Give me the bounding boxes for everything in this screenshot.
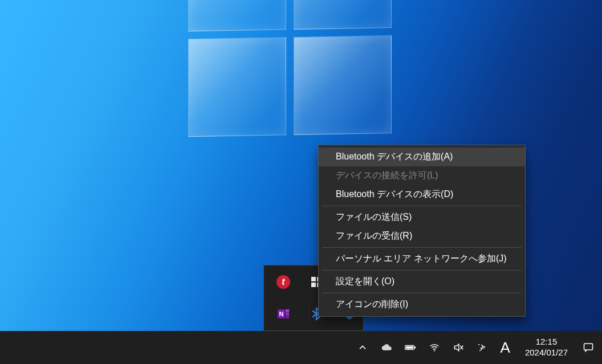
menu-separator <box>322 293 522 293</box>
wifi-icon[interactable] <box>428 341 441 354</box>
action-center-icon[interactable] <box>581 341 595 354</box>
svg-rect-0 <box>311 277 316 281</box>
clock-time: 12:15 <box>536 337 558 347</box>
svg-rect-6 <box>286 309 289 312</box>
svg-point-12 <box>433 350 434 351</box>
menu-separator <box>322 206 522 206</box>
ime-indicator[interactable]: A <box>499 339 511 357</box>
menu-allow-connection: デバイスの接続を許可(L) <box>319 166 525 185</box>
svg-text:N: N <box>279 310 284 317</box>
volume-icon[interactable] <box>452 341 465 354</box>
trend-micro-icon[interactable]: t <box>272 272 295 292</box>
menu-show-devices[interactable]: Bluetooth デバイスの表示(D) <box>319 185 525 204</box>
tray-overflow-chevron-icon[interactable] <box>356 341 369 354</box>
menu-open-settings[interactable]: 設定を開く(O) <box>319 272 525 291</box>
system-tray: A 12:15 2024/01/27 <box>356 331 602 364</box>
menu-separator <box>322 270 522 271</box>
svg-rect-7 <box>286 313 289 316</box>
menu-join-pan[interactable]: パーソナル エリア ネットワークへ参加(J) <box>319 250 525 268</box>
menu-send-file[interactable]: ファイルの送信(S) <box>319 208 525 227</box>
bluetooth-context-menu: Bluetooth デバイスの追加(A) デバイスの接続を許可(L) Bluet… <box>318 145 526 317</box>
svg-rect-2 <box>311 283 316 287</box>
taskbar-clock[interactable]: 12:15 2024/01/27 <box>522 337 571 358</box>
svg-rect-10 <box>414 347 416 349</box>
battery-icon[interactable] <box>404 341 417 354</box>
menu-separator <box>322 247 522 248</box>
svg-rect-8 <box>286 316 289 318</box>
menu-receive-file[interactable]: ファイルの受信(R) <box>319 227 525 246</box>
menu-remove-icon[interactable]: アイコンの削除(I) <box>319 295 525 314</box>
svg-rect-16 <box>584 343 593 350</box>
menu-add-device[interactable]: Bluetooth デバイスの追加(A) <box>319 148 525 166</box>
windows-logo-wallpaper <box>188 0 399 144</box>
taskbar: A 12:15 2024/01/27 <box>0 331 602 364</box>
onenote-icon[interactable]: N <box>272 304 295 324</box>
clock-date: 2024/01/27 <box>525 347 568 358</box>
onedrive-icon[interactable] <box>380 341 393 354</box>
svg-point-15 <box>478 344 479 345</box>
ime-mode-icon[interactable] <box>475 341 489 354</box>
